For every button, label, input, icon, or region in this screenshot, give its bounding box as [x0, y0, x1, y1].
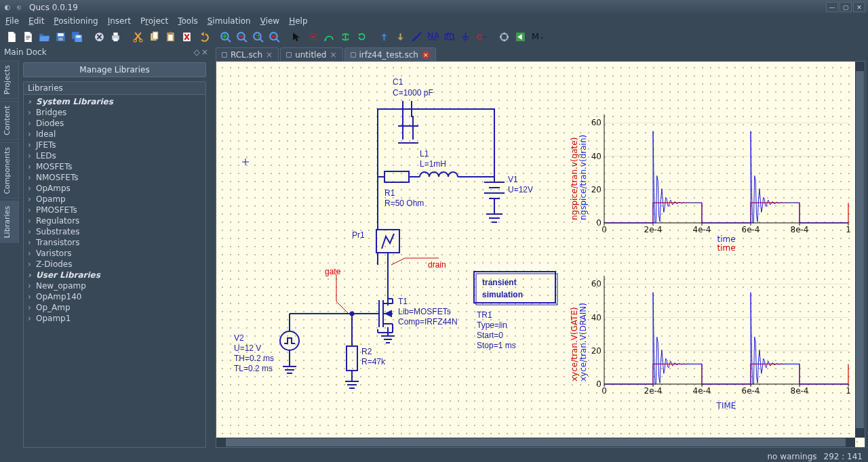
equation-icon[interactable]: f(u) — [441, 29, 456, 44]
svg-text:2e-4: 2e-4 — [644, 386, 663, 396]
svg-rect-2 — [76, 35, 80, 37]
dock-pin-icon[interactable]: ◇ — [193, 47, 201, 57]
save-all-icon[interactable] — [69, 29, 84, 44]
svg-text:0: 0 — [596, 379, 601, 389]
cut-icon[interactable] — [130, 29, 145, 44]
v1-value: U=12V — [508, 185, 533, 194]
schematic-canvas[interactable]: C1 C=1000 pF L1 L=1mH — [216, 61, 865, 448]
new-file-icon[interactable] — [4, 29, 19, 44]
menu-edit[interactable]: Edit — [28, 16, 44, 26]
manage-libraries-button[interactable]: Manage Libraries — [23, 62, 206, 77]
tree-item[interactable]: PMOSFETs — [24, 205, 205, 215]
tab-close-icon[interactable]: × — [266, 50, 273, 60]
tree-item[interactable]: Opamp — [24, 194, 205, 205]
open-icon[interactable] — [37, 29, 52, 44]
tree-item[interactable]: NMOSFETs — [24, 172, 205, 183]
tree-item[interactable]: MOSFETs — [24, 161, 205, 172]
new-text-icon[interactable] — [20, 29, 35, 44]
v2-l2: TH=0.2 ms — [234, 354, 274, 363]
mirror-h-icon[interactable] — [321, 29, 336, 44]
undo-icon[interactable] — [195, 29, 210, 44]
svg-text:8e-4: 8e-4 — [791, 386, 809, 396]
doc-tab[interactable]: RCL.sch× — [216, 47, 279, 61]
l1-name: L1 — [420, 149, 429, 159]
tree-item[interactable]: LEDs — [24, 150, 205, 161]
tree-item[interactable]: JFETs — [24, 140, 205, 150]
tree-item[interactable]: New_opamp — [24, 280, 205, 291]
out-hier-icon[interactable] — [393, 29, 408, 44]
into-hier-icon[interactable] — [376, 29, 391, 44]
menu-simulation[interactable]: Simulation — [208, 16, 251, 26]
v2-l1: U=12 V — [234, 343, 261, 353]
menu-help[interactable]: Help — [289, 16, 307, 26]
tree-item[interactable]: OpAmp140 — [24, 291, 205, 302]
svg-text:0: 0 — [601, 225, 607, 234]
menu-positioning[interactable]: Positioning — [54, 16, 98, 26]
svg-text:40: 40 — [591, 313, 601, 322]
svg-text:6e-4: 6e-4 — [742, 386, 760, 396]
delete-icon[interactable] — [179, 29, 194, 44]
side-tab-components[interactable]: Components — [0, 142, 19, 199]
save-icon[interactable] — [53, 29, 68, 44]
side-tab-libraries[interactable]: Libraries — [0, 201, 19, 243]
tab-close-icon[interactable]: × — [422, 51, 430, 59]
print-icon[interactable] — [108, 29, 123, 44]
menu-tools[interactable]: Tools — [178, 16, 198, 26]
tree-item[interactable]: Ideal — [24, 129, 205, 140]
menu-file[interactable]: File — [5, 16, 19, 26]
pr1-name: Pr1 — [352, 230, 365, 240]
close-button[interactable]: ✕ — [853, 2, 865, 12]
status-coordinates: 292 : 141 — [824, 452, 863, 461]
status-bar: no warnings 292 : 141 — [0, 450, 868, 462]
plot-ngspice[interactable]: 020406002e-44e-46e-48e-41ngspice/tran.v(… — [568, 109, 852, 251]
show-data-icon[interactable] — [513, 29, 528, 44]
dock-close-icon[interactable]: × — [201, 47, 209, 57]
tab-close-icon[interactable]: × — [330, 50, 336, 60]
tune-icon[interactable]: M↓ — [529, 29, 544, 44]
select-icon[interactable] — [289, 29, 304, 44]
rotate-icon[interactable] — [354, 29, 369, 44]
comp-resistor-icon[interactable] — [305, 29, 320, 44]
tree-item[interactable]: Bridges — [24, 107, 205, 118]
tree-item[interactable]: Regulators — [24, 215, 205, 226]
app-menu-icon[interactable]: ◐ — [3, 3, 12, 12]
tree-item[interactable]: Op_Amp — [24, 302, 205, 313]
tree-item[interactable]: Opamp1 — [24, 313, 205, 324]
zoom-in-icon[interactable] — [218, 29, 233, 44]
plot-xyce[interactable]: 020406002e-44e-46e-48e-41xyce/tran.V(GAT… — [568, 270, 852, 413]
zoom-out-icon[interactable] — [234, 29, 249, 44]
zoom-1-icon[interactable] — [267, 29, 281, 44]
port-icon[interactable] — [474, 29, 489, 44]
minimize-button[interactable]: — — [826, 2, 838, 12]
doc-tab[interactable]: irfz44_test.sch× — [344, 47, 436, 61]
tree-item[interactable]: Varistors — [24, 248, 205, 259]
side-tab-content[interactable]: Content — [0, 101, 19, 140]
vertical-scrollbar[interactable] — [855, 62, 865, 438]
mirror-v-icon[interactable] — [338, 29, 353, 44]
tree-category[interactable]: User Libraries — [24, 270, 205, 280]
ground-icon[interactable] — [458, 29, 473, 44]
library-tree[interactable]: System LibrariesBridgesDiodesIdealJFETsL… — [23, 95, 206, 448]
tree-item[interactable]: OpAmps — [24, 183, 205, 194]
tree-item[interactable]: Diodes — [24, 118, 205, 129]
wire-icon[interactable] — [409, 29, 424, 44]
tree-item[interactable]: Substrates — [24, 226, 205, 237]
doc-tab[interactable]: untitled× — [280, 47, 342, 61]
menu-view[interactable]: View — [260, 16, 279, 26]
horizontal-scrollbar[interactable] — [216, 438, 855, 447]
paste-icon[interactable] — [163, 29, 178, 44]
svg-text:60: 60 — [591, 279, 601, 289]
svg-text:NAME: NAME — [427, 31, 439, 41]
maximize-button[interactable]: ▢ — [840, 2, 852, 12]
tree-item[interactable]: Z-Diodes — [24, 259, 205, 270]
zoom-fit-icon[interactable]: + — [250, 29, 265, 44]
tree-category[interactable]: System Libraries — [24, 96, 205, 107]
side-tab-projects[interactable]: Projects — [0, 60, 19, 99]
label-icon[interactable]: NAME — [425, 29, 440, 44]
tree-item[interactable]: Transistors — [24, 237, 205, 248]
menu-insert[interactable]: Insert — [108, 16, 131, 26]
menu-project[interactable]: Project — [140, 16, 168, 26]
simulate-icon[interactable] — [496, 29, 511, 44]
close-doc-icon[interactable] — [92, 29, 106, 44]
copy-icon[interactable] — [146, 29, 161, 44]
